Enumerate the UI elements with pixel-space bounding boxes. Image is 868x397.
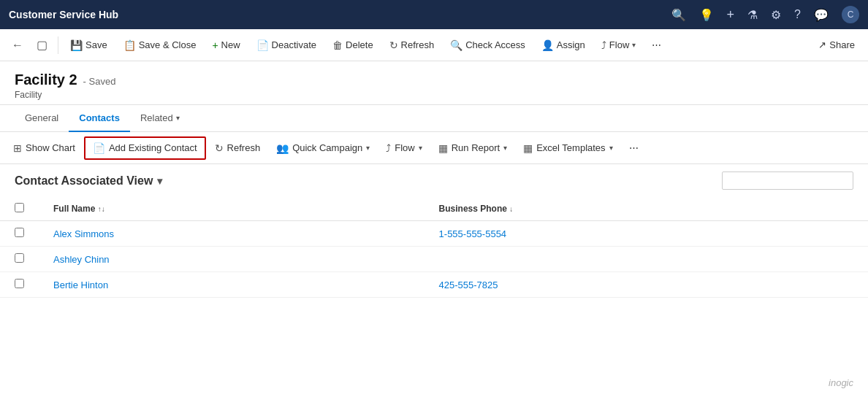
table-row: Bertie Hinton425-555-7825 [0,272,868,298]
command-bar: ← ▢ 💾 Save 📋 Save & Close + New 📄 Deacti… [0,29,868,61]
share-button[interactable]: ↗ Share [811,35,862,55]
business-phone-sort-icon: ↓ [509,205,513,213]
contact-table: Full Name ↑↓ Business Phone ↓ Alex Simmo… [0,197,868,298]
top-nav-left: Customer Service Hub [9,9,118,20]
deactivate-icon: 📄 [256,39,269,51]
sub-more-button[interactable]: ⋯ [622,138,646,158]
search-icon[interactable]: 🔍 [671,8,686,22]
more-button[interactable]: ⋯ [644,35,669,55]
save-close-button[interactable]: 📋 Save & Close [116,35,204,55]
row-checkbox-cell [0,247,39,272]
sub-refresh-button[interactable]: ↻ Refresh [208,138,268,158]
delete-button[interactable]: 🗑 Delete [325,35,381,55]
filter-icon[interactable]: ⚗ [747,8,758,22]
col-business-phone[interactable]: Business Phone ↓ [425,197,868,221]
sub-flow-button[interactable]: ⤴ Flow ▾ [378,138,429,158]
delete-icon: 🗑 [332,39,343,51]
run-report-icon: ▦ [438,142,448,154]
phone-link[interactable]: 1-555-555-5554 [439,228,507,239]
view-search-input[interactable] [722,171,853,190]
tab-related[interactable]: Related ▾ [130,105,190,132]
user-avatar[interactable]: C [842,6,859,23]
run-report-dropdown-icon: ▾ [503,144,507,152]
row-full-name[interactable]: Alex Simmons [39,221,425,247]
tab-general[interactable]: General [15,105,69,132]
sub-flow-icon: ⤴ [386,142,391,154]
contact-name-link[interactable]: Bertie Hinton [53,280,108,290]
save-icon: 💾 [70,39,83,51]
row-full-name[interactable]: Ashley Chinn [39,247,425,272]
show-chart-button[interactable]: ⊞ Show Chart [6,138,83,158]
related-dropdown-icon: ▾ [176,114,180,122]
assign-button[interactable]: 👤 Assign [534,35,593,55]
row-checkbox-cell [0,272,39,298]
excel-templates-dropdown-icon: ▾ [609,144,613,152]
select-all-checkbox[interactable] [0,197,39,221]
tabs: General Contacts Related ▾ [0,105,868,132]
quick-campaign-dropdown-icon: ▾ [366,144,370,152]
settings-icon[interactable]: ⚙ [771,8,781,22]
check-access-icon: 🔍 [450,39,462,51]
row-checkbox-0[interactable] [15,228,24,237]
run-report-button[interactable]: ▦ Run Report ▾ [431,138,514,158]
page-title-row: Facility 2 - Saved [15,72,853,88]
page-header: Facility 2 - Saved Facility [0,61,868,105]
table-row: Ashley Chinn [0,247,868,272]
plus-icon[interactable]: + [727,7,735,23]
refresh-icon: ↻ [389,39,398,51]
top-nav: Customer Service Hub 🔍 💡 + ⚗ ⚙ ? 💬 C [0,0,868,29]
sub-refresh-icon: ↻ [215,142,224,154]
row-checkbox-1[interactable] [15,253,24,263]
window-button[interactable]: ▢ [31,34,53,56]
view-title[interactable]: Contact Associated View ▾ [15,174,162,188]
save-button[interactable]: 💾 Save [63,35,115,55]
row-full-name[interactable]: Bertie Hinton [39,272,425,298]
app-title: Customer Service Hub [9,9,118,20]
help-icon[interactable]: ? [794,8,801,21]
row-business-phone: 1-555-555-5554 [425,221,868,247]
full-name-sort-icon: ↑↓ [98,205,105,213]
deactivate-button[interactable]: 📄 Deactivate [249,35,324,55]
flow-dropdown-icon: ▾ [632,41,636,49]
chat-icon[interactable]: 💬 [814,8,829,22]
flow-icon: ⤴ [601,39,606,51]
quick-campaign-button[interactable]: 👥 Quick Campaign ▾ [269,138,377,158]
col-full-name[interactable]: Full Name ↑↓ [39,197,425,221]
assign-icon: 👤 [541,39,554,51]
check-access-button[interactable]: 🔍 Check Access [443,35,533,55]
quick-campaign-icon: 👥 [276,142,289,154]
sub-command-bar: ⊞ Show Chart 📄 Add Existing Contact ↻ Re… [0,132,868,164]
row-business-phone: 425-555-7825 [425,272,868,298]
table-header-row: Full Name ↑↓ Business Phone ↓ [0,197,868,221]
add-existing-icon: 📄 [93,142,105,154]
lightbulb-icon[interactable]: 💡 [699,8,714,22]
excel-templates-icon: ▦ [523,142,533,154]
contact-name-link[interactable]: Ashley Chinn [53,254,110,265]
table-row: Alex Simmons1-555-555-5554 [0,221,868,247]
share-icon: ↗ [818,39,826,50]
add-existing-contact-button[interactable]: 📄 Add Existing Contact [84,136,206,160]
contact-name-link[interactable]: Alex Simmons [53,228,114,239]
top-nav-right: 🔍 💡 + ⚗ ⚙ ? 💬 C [671,6,859,23]
row-checkbox-2[interactable] [15,279,24,288]
separator-1 [58,36,58,54]
view-dropdown-icon: ▾ [157,175,162,187]
new-button[interactable]: + New [205,35,247,55]
row-business-phone [425,247,868,272]
new-icon: + [212,39,218,51]
excel-templates-button[interactable]: ▦ Excel Templates ▾ [516,138,620,158]
back-button[interactable]: ← [6,34,29,56]
page-subtitle: Facility [15,90,853,100]
row-checkbox-cell [0,221,39,247]
page-title: Facility 2 [15,72,77,88]
sub-flow-dropdown-icon: ▾ [419,144,422,152]
flow-button[interactable]: ⤴ Flow ▾ [594,35,643,55]
tab-contacts[interactable]: Contacts [69,105,130,132]
header-checkbox[interactable] [15,203,24,212]
view-header-row: Contact Associated View ▾ [0,164,868,197]
show-chart-icon: ⊞ [13,142,22,154]
phone-link[interactable]: 425-555-7825 [439,280,498,290]
refresh-button[interactable]: ↻ Refresh [382,35,442,55]
page-saved-status: - Saved [83,76,116,87]
save-close-icon: 📋 [123,39,136,51]
